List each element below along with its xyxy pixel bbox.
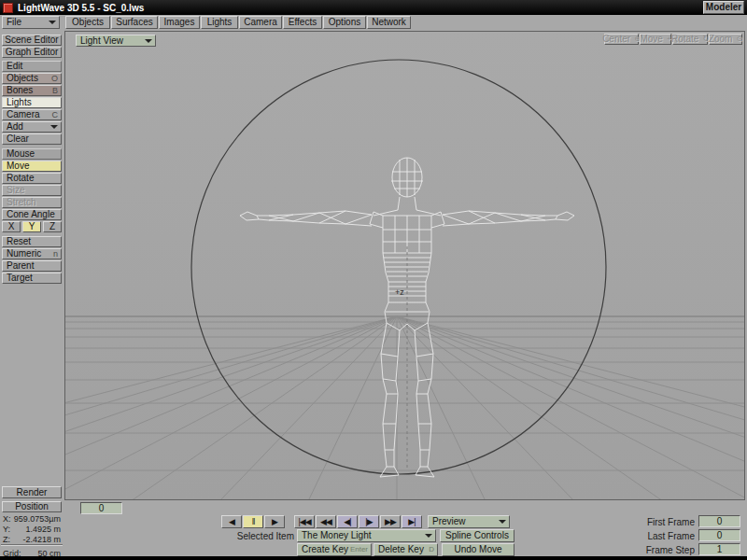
edit-bones-label: Bones [7, 86, 33, 95]
first-frame-button[interactable]: |◀◀ [294, 515, 315, 528]
rotate-button[interactable]: Rotate [2, 173, 62, 184]
edit-group-header: Edit [2, 61, 62, 72]
cone-angle-button[interactable]: Cone Angle [2, 209, 62, 220]
title-bar: LightWave 3D 5.5 - SC_0.lws Modeler [0, 0, 747, 15]
frame-step-value: 1 [717, 544, 723, 554]
play-reverse-button[interactable]: ◀ [221, 515, 242, 528]
axis-x-button[interactable]: X [2, 221, 21, 232]
viewport-move-button[interactable]: Move + [640, 34, 671, 45]
position-label: Position [15, 502, 49, 511]
axis-y-button[interactable]: Y [22, 221, 41, 232]
create-key-label: Create Key [302, 545, 348, 554]
prev-frame-icon: ◀| [344, 518, 350, 526]
file-menu-button[interactable]: File [2, 16, 60, 29]
chevron-down-icon [499, 520, 506, 524]
selected-item-caption: Selected Item [237, 531, 294, 541]
next-frame-icon: |▶ [365, 518, 372, 526]
undo-move-label: Undo Move [454, 545, 501, 554]
viewport-center-button[interactable]: Center ⊕ [604, 34, 639, 45]
axis-x-label: X [8, 222, 15, 231]
edit-camera-button[interactable]: Camera C [2, 109, 62, 120]
next-key-button[interactable]: ▶▶ [380, 515, 401, 528]
current-frame-field[interactable]: 0 [80, 502, 122, 514]
lightwave-layout-window: LightWave 3D 5.5 - SC_0.lws Modeler File… [0, 0, 747, 560]
tab-network[interactable]: Network [367, 16, 411, 29]
tab-images[interactable]: Images [159, 16, 200, 29]
tab-effects[interactable]: Effects [283, 16, 322, 29]
move-button[interactable]: Move [2, 161, 62, 172]
undo-move-button[interactable]: Undo Move [442, 543, 514, 556]
selected-item-dropdown[interactable]: The Money Light [297, 529, 436, 542]
add-label: Add [7, 122, 23, 132]
edit-objects-button[interactable]: Objects O [2, 73, 62, 84]
preview-selector[interactable]: Preview [428, 515, 510, 528]
numeric-button[interactable]: Numeric n [2, 248, 62, 259]
wireframe-scene: +z [65, 32, 745, 500]
file-label: File [7, 18, 21, 27]
edit-lights-button[interactable]: Lights [2, 97, 62, 108]
chevron-down-icon [425, 534, 432, 538]
tab-network-label: Network [372, 18, 406, 27]
x-value: 959.0753µm [14, 514, 61, 524]
move-label: Move [7, 161, 29, 171]
numeric-label: Numeric [7, 249, 41, 259]
selected-item-label: Selected Item [227, 532, 294, 541]
tab-options[interactable]: Options [323, 16, 366, 29]
mouse-label: Mouse [7, 149, 35, 159]
z-position-readout: Z: -2.4218 m [3, 535, 61, 544]
view-mode-selector[interactable]: Light View [76, 35, 156, 47]
tab-objects[interactable]: Objects [65, 16, 110, 29]
delete-key-button[interactable]: Delete Key D [374, 543, 438, 556]
viewport-canvas[interactable]: +z Light View Center ⊕ Move + Rotate ↻ Z… [64, 31, 745, 500]
last-frame-label: Last Frame [620, 532, 695, 541]
modeler-button[interactable]: Modeler [703, 1, 744, 14]
z-axis-marker: +z [395, 287, 404, 297]
chevron-down-icon [50, 125, 58, 129]
x-label: X: [3, 514, 11, 524]
frame-step-caption: Frame Step [646, 545, 695, 555]
create-key-button[interactable]: Create Key Enter [297, 543, 372, 556]
last-frame-value: 0 [717, 530, 723, 540]
first-frame-field[interactable]: 0 [698, 515, 740, 527]
tab-lights[interactable]: Lights [201, 16, 238, 29]
target-label: Target [7, 273, 33, 283]
position-selector[interactable]: Position [2, 501, 62, 512]
edit-bones-shortcut: B [52, 87, 61, 95]
parent-button[interactable]: Parent [2, 260, 62, 272]
add-button[interactable]: Add [2, 121, 62, 133]
stretch-button[interactable]: Stretch [2, 197, 62, 208]
last-frame-button[interactable]: ▶| [402, 515, 422, 528]
render-button[interactable]: Render [2, 486, 62, 498]
scene-editor-label: Scene Editor [5, 35, 58, 45]
next-frame-button[interactable]: |▶ [359, 515, 379, 528]
spline-controls-button[interactable]: Spline Controls [440, 529, 514, 542]
tab-lights-label: Lights [207, 18, 233, 27]
viewport-zoom-button[interactable]: Zoom ⊙ [709, 34, 742, 45]
last-frame-field[interactable]: 0 [698, 529, 740, 541]
clear-button[interactable]: Clear [2, 133, 62, 145]
axis-z-button[interactable]: Z [43, 221, 62, 232]
edit-bones-button[interactable]: Bones B [2, 85, 62, 96]
reset-label: Reset [7, 237, 31, 246]
tab-camera[interactable]: Camera [239, 16, 282, 29]
frame-step-field[interactable]: 1 [698, 543, 740, 555]
reset-button[interactable]: Reset [2, 236, 62, 247]
play-forward-button[interactable]: ▶ [264, 515, 285, 528]
center-label: Center [602, 35, 630, 44]
tab-surfaces[interactable]: Surfaces [111, 16, 158, 29]
prev-frame-button[interactable]: ◀| [337, 515, 358, 528]
x-position-readout: X: 959.0753µm [3, 514, 61, 524]
y-label: Y: [3, 525, 10, 534]
size-button[interactable]: Size [2, 185, 62, 196]
scene-editor-button[interactable]: Scene Editor [2, 35, 62, 46]
frame-step-label: Frame Step [620, 546, 695, 555]
viewport-rotate-button[interactable]: Rotate ↻ [672, 34, 708, 45]
numeric-shortcut: n [53, 250, 61, 259]
move-nav-label: Move [640, 35, 662, 44]
graph-editor-button[interactable]: Graph Editor [2, 47, 62, 58]
prev-key-button[interactable]: ◀◀ [316, 515, 336, 528]
chevron-down-icon [49, 21, 56, 24]
pause-button[interactable]: ‖ [243, 515, 263, 528]
spline-controls-label: Spline Controls [445, 531, 509, 540]
target-button[interactable]: Target [2, 273, 62, 284]
